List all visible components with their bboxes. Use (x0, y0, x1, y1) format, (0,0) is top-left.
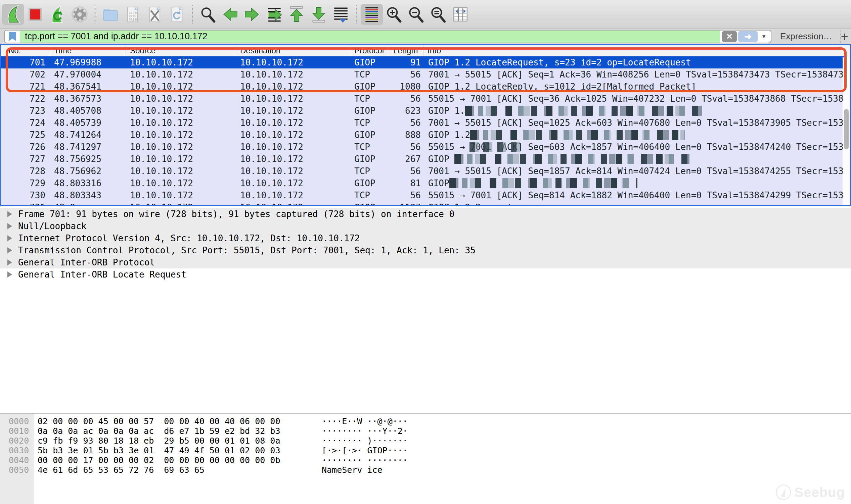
cell-no: 731 (1, 202, 50, 205)
packet-row[interactable]: 72648.74129710.10.10.17210.10.10.172TCP5… (1, 141, 845, 153)
filter-dropdown-caret-icon[interactable]: ▼ (758, 33, 771, 40)
resize-columns-button[interactable] (449, 4, 471, 25)
column-header-protocol[interactable]: Protocol (350, 45, 389, 56)
expand-triangle-icon[interactable] (7, 211, 12, 217)
start-capture-button[interactable] (2, 4, 24, 25)
expand-triangle-icon[interactable] (7, 271, 12, 277)
add-filter-button[interactable]: + (841, 30, 851, 43)
zoom-in-button[interactable] (383, 4, 405, 25)
hex-row[interactable]: 00305b b3 3e 01 5b b3 3e 01 47 49 4f 50 … (0, 446, 851, 455)
detail-line-tcp[interactable]: Transmission Control Protocol, Src Port:… (0, 244, 851, 256)
go-to-top-icon (287, 5, 306, 24)
hex-row[interactable]: 00504e 61 6d 65 53 65 72 76 69 63 65Name… (0, 465, 851, 475)
packet-row[interactable]: 72148.36754110.10.10.17210.10.10.172GIOP… (1, 80, 845, 93)
hex-dump-pane: 000002 00 00 00 45 00 00 57 00 00 40 00 … (0, 413, 851, 504)
detail-line-ip[interactable]: Internet Protocol Version 4, Src: 10.10.… (0, 232, 851, 244)
cell-no: 725 (1, 130, 50, 140)
expand-triangle-icon[interactable] (7, 235, 12, 241)
packet-row[interactable]: 70247.97000410.10.10.17210.10.10.172TCP5… (1, 69, 845, 80)
hex-row[interactable]: 000002 00 00 00 45 00 00 57 00 00 40 00 … (0, 416, 851, 426)
last-packet-button[interactable] (308, 4, 330, 25)
redaction-mosaic-overlay: 7001 [ACK] (470, 142, 523, 152)
first-packet-button[interactable] (285, 4, 308, 25)
hex-ascii: ········ ········ (322, 455, 408, 465)
search-icon (198, 5, 217, 24)
column-header-time[interactable]: Time (50, 45, 126, 56)
expand-triangle-icon[interactable] (7, 259, 12, 266)
resize-columns-icon (451, 5, 470, 24)
info-text: GIOP 1.2 LocateReply, s=1012 id=2[Malfor… (428, 82, 696, 92)
packet-row[interactable]: 72548.74126410.10.10.17210.10.10.172GIOP… (1, 129, 845, 141)
cell-len: 91 (389, 57, 423, 68)
close-file-button[interactable] (144, 4, 166, 25)
column-header-no[interactable]: No. (1, 45, 50, 56)
find-packet-button[interactable] (197, 4, 219, 25)
zoom-out-button[interactable] (405, 4, 427, 25)
next-packet-button[interactable] (241, 4, 263, 25)
detail-line-giop[interactable]: General Inter-ORB Protocol (0, 256, 851, 268)
packet-row[interactable]: 72848.75696210.10.10.17210.10.10.172TCP5… (1, 165, 845, 177)
expand-triangle-icon[interactable] (7, 223, 12, 229)
cell-len: 81 (389, 178, 423, 188)
cell-time: 48.803316 (50, 178, 126, 188)
scrollbar-thumb[interactable] (844, 109, 849, 149)
cell-src: 10.10.10.172 (126, 142, 236, 152)
packet-row[interactable]: 73048.80334310.10.10.17210.10.10.172TCP5… (1, 189, 845, 201)
detail-line-giop-locate[interactable]: General Inter-ORB Locate Request (0, 268, 851, 281)
info-text: GIOP 1.2 LocateRequest, s=23 id=2 op=Loc… (428, 57, 691, 68)
wireshark-window: 010100110101110 (0, 0, 851, 504)
filter-clear-button[interactable]: ✕ (722, 31, 737, 42)
stop-capture-button[interactable] (24, 4, 46, 25)
packet-row[interactable]: 72248.36757310.10.10.17210.10.10.172TCP5… (1, 93, 845, 105)
filter-apply-button[interactable]: ➜ (738, 31, 758, 42)
detail-line-frame[interactable]: Frame 701: 91 bytes on wire (728 bits), … (0, 208, 851, 220)
packet-row[interactable]: 72348.40570810.10.10.17210.10.10.172GIOP… (1, 105, 845, 117)
packet-row[interactable]: 70147.96998810.10.10.17210.10.10.172GIOP… (1, 56, 845, 69)
expression-button[interactable]: Expression… (780, 31, 832, 42)
colorize-button[interactable] (361, 4, 383, 25)
cell-no: 726 (1, 142, 50, 152)
hex-row[interactable]: 00100a 0a 0a ac 0a 0a 0a ac d6 e7 1b 59 … (0, 426, 851, 436)
packet-row[interactable]: 72448.40573910.10.10.17210.10.10.172TCP5… (1, 117, 845, 129)
zoom-in-icon (384, 5, 403, 24)
info-text: Seq=603 Ack=1857 Win=406400 Len=0 TSval=… (523, 142, 845, 152)
reload-file-button[interactable] (166, 4, 188, 25)
cell-time: 48.405739 (50, 118, 126, 128)
cell-dst: 10.10.10.172 (236, 57, 350, 68)
info-text: 55015 → (428, 142, 470, 152)
hex-offset: 0030 (0, 446, 34, 455)
expand-triangle-icon[interactable] (7, 247, 12, 253)
hex-row[interactable]: 0020c9 fb f9 93 80 18 18 eb 29 b5 00 00 … (0, 436, 851, 446)
column-header-info[interactable]: Info (423, 45, 850, 56)
cell-info: 7001 → 55015 [ACK] Seq=1025 Ack=603 Win=… (423, 118, 845, 128)
packet-list-scrollbar[interactable] (843, 57, 850, 205)
restart-capture-button[interactable] (46, 4, 69, 25)
watermark-text: Seebug (795, 485, 845, 500)
cell-proto: GIOP (350, 154, 389, 164)
hex-row[interactable]: 004000 00 00 17 00 00 00 02 00 00 00 00 … (0, 455, 851, 465)
cell-src: 10.10.10.172 (126, 118, 236, 128)
cell-len: 1080 (389, 82, 423, 92)
auto-scroll-button[interactable] (330, 4, 352, 25)
cell-len: 623 (389, 106, 423, 116)
save-file-button[interactable]: 010100110101110 (122, 4, 144, 25)
cell-info: GIOP 1.2 LocateRequest, s=23 id=2 op=Loc… (423, 57, 845, 68)
go-to-packet-button[interactable] (263, 4, 285, 25)
column-header-destination[interactable]: Destination (236, 45, 350, 56)
filter-bookmark-button[interactable] (5, 31, 20, 42)
zoom-reset-button[interactable] (427, 4, 449, 25)
detail-line-loopback[interactable]: Null/Loopback (0, 220, 851, 232)
packet-rows: 70147.96998810.10.10.17210.10.10.172GIOP… (1, 56, 845, 205)
capture-options-button[interactable] (69, 4, 91, 25)
reload-file-icon (168, 5, 186, 24)
filter-input[interactable] (20, 31, 720, 42)
column-header-source[interactable]: Source (126, 45, 236, 56)
open-file-button[interactable] (99, 4, 122, 25)
hex-bytes: 0a 0a 0a ac 0a 0a 0a ac d6 e7 1b 59 e2 b… (38, 426, 293, 436)
column-header-length[interactable]: Length (389, 45, 423, 56)
cell-info: GIOP 1.2 Request… (423, 202, 845, 205)
packet-row[interactable]: 73148.810.10.10.17210.10.10.172GIOP1137G… (1, 201, 845, 205)
previous-packet-button[interactable] (219, 4, 241, 25)
packet-row[interactable]: 72948.80331610.10.10.17210.10.10.172GIOP… (1, 177, 845, 189)
packet-row[interactable]: 72748.75692510.10.10.17210.10.10.172GIOP… (1, 153, 845, 165)
